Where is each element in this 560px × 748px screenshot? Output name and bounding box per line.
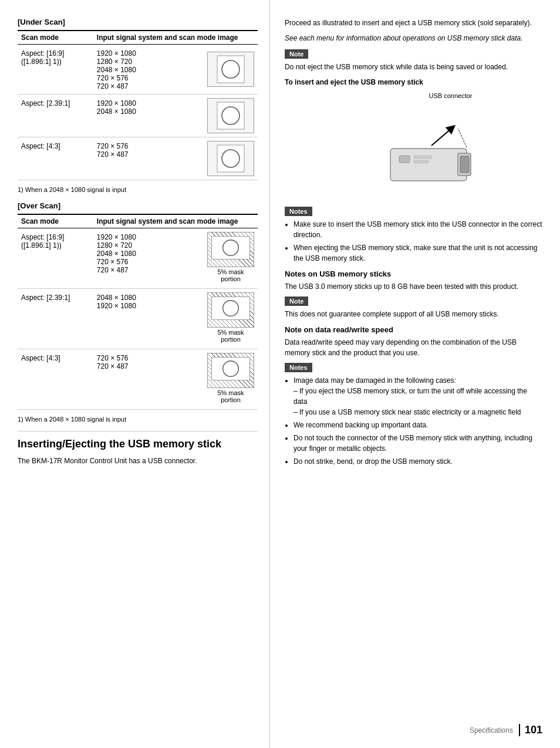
image-cell: 5% mask portion [204, 289, 258, 349]
image-cell [204, 95, 258, 137]
note-label-2: Note [285, 296, 308, 306]
usb-notes-text: The USB 3.0 memory sticks up to 8 GB hav… [285, 281, 542, 292]
to-insert-title: To insert and eject the USB memory stick [285, 78, 542, 86]
svg-line-12 [431, 128, 452, 146]
mask-label: 5% mask portion [207, 268, 254, 282]
notes-box-2: Notes Image data may be damaged in the f… [285, 363, 542, 467]
list-item: When ejecting the USB memory stick, make… [294, 242, 542, 264]
aspect-cell: Aspect: [16:9]([1.896:1] 1)) [18, 45, 93, 95]
left-column: [Under Scan] Scan mode Input signal syst… [0, 0, 270, 748]
table-row: Aspect: [4:3]720 × 576720 × 4875% mask p… [18, 349, 258, 410]
usb-notes-title: Notes on USB memory sticks [285, 269, 542, 278]
list-item: Image data may be damaged in the followi… [294, 375, 542, 417]
under-scan-table: Scan mode Input signal system and scan m… [18, 30, 258, 180]
signals-cell: 1920 × 10801280 × 7202048 × 1080720 × 57… [93, 228, 204, 289]
image-cell: 5% mask portion [204, 349, 258, 410]
list-item: We recommend backing up important data. [294, 420, 542, 430]
list-item: Do not strike, bend, or drop the USB mem… [294, 456, 542, 467]
usb-diagram-svg [349, 102, 478, 196]
signals-cell: 1920 × 10802048 × 1080 [93, 95, 204, 137]
table-row: Aspect: [16:9]([1.896:1] 1))1920 × 10801… [18, 45, 258, 95]
right-column: Proceed as illustrated to insert and eje… [270, 0, 560, 748]
aspect-cell: Aspect: [4:3] [18, 349, 93, 410]
table-row: Aspect: [16:9]([1.896:1] 1))1920 × 10801… [18, 228, 258, 289]
mask-label: 5% mask portion [207, 389, 254, 403]
aspect-cell: Aspect: [16:9]([1.896:1] 1)) [18, 228, 93, 289]
notes-list-1: Make sure to insert the USB memory stick… [285, 219, 542, 264]
svg-rect-2 [217, 102, 244, 129]
under-scan-footnote: 1) When a 2048 × 1080 signal is input [18, 186, 258, 193]
svg-rect-13 [399, 156, 410, 163]
under-scan-heading: [Under Scan] [18, 18, 258, 26]
note-data-text: Data read/write speed may vary depending… [285, 337, 542, 358]
signals-cell: 1920 × 10801280 × 7202048 × 1080720 × 57… [93, 45, 204, 95]
svg-rect-15 [414, 160, 429, 163]
svg-rect-11 [460, 156, 469, 173]
svg-rect-9 [390, 149, 467, 181]
right-intro: Proceed as illustrated to insert and eje… [285, 18, 542, 28]
signals-cell: 720 × 576720 × 487 [93, 349, 204, 410]
notes-box-1: Notes Make sure to insert the USB memory… [285, 207, 542, 264]
usb-section-title: Inserting/Ejecting the USB memory stick [18, 437, 258, 451]
notes-label-1: Notes [285, 207, 312, 216]
col-input-signal: Input signal system and scan mode image [93, 31, 258, 45]
svg-point-7 [223, 301, 239, 316]
note-data-title: Note on data read/write speed [285, 325, 542, 334]
image-cell: 5% mask portion [204, 228, 258, 289]
svg-point-8 [223, 361, 239, 377]
signals-cell: 720 × 576720 × 487 [93, 137, 204, 180]
list-item: Make sure to insert the USB memory stick… [294, 219, 542, 240]
note-box-1: Note Do not eject the USB memory stick w… [285, 49, 542, 72]
image-cell [204, 137, 258, 180]
aspect-cell: Aspect: [2.39:1] [18, 95, 93, 137]
mask-label: 5% mask portion [207, 329, 254, 343]
page-number: 101 [519, 724, 542, 736]
note-box-2: Note This does not guarantee complete su… [285, 296, 542, 319]
aspect-cell: Aspect: [2.39:1] [18, 289, 93, 349]
over-scan-table: Scan mode Input signal system and scan m… [18, 214, 258, 410]
col-input-signal-over: Input signal system and scan mode image [93, 214, 258, 228]
table-row: Aspect: [2.39:1]1920 × 10802048 × 1080 [18, 95, 258, 137]
svg-line-16 [458, 128, 467, 147]
over-scan-footnote: 1) When a 2048 × 1080 signal is input [18, 416, 258, 423]
list-item: Do not touch the connector of the USB me… [294, 433, 542, 454]
note-text-1: Do not eject the USB memory stick while … [285, 62, 542, 72]
notes-label-2: Notes [285, 363, 312, 372]
footer-label: Specifications [470, 726, 513, 734]
note-text-2: This does not guarantee complete support… [285, 309, 542, 319]
image-cell [204, 45, 258, 95]
table-row: Aspect: [2.39:1]2048 × 10801920 × 10805%… [18, 289, 258, 349]
col-scan-mode-over: Scan mode [18, 214, 93, 228]
usb-connector-label: USB connector [349, 92, 473, 99]
aspect-cell: Aspect: [4:3] [18, 137, 93, 180]
svg-rect-14 [414, 156, 431, 159]
notes-list-2: Image data may be damaged in the followi… [285, 375, 542, 467]
page-footer: Specifications 101 [470, 724, 542, 736]
right-italic: See each menu for information about oper… [285, 33, 542, 43]
usb-intro: The BKM-17R Monitor Control Unit has a U… [18, 456, 258, 466]
svg-point-6 [223, 240, 239, 256]
note-label-1: Note [285, 49, 308, 59]
col-scan-mode: Scan mode [18, 31, 93, 45]
svg-rect-4 [217, 145, 244, 172]
signals-cell: 2048 × 10801920 × 1080 [93, 289, 204, 349]
table-row: Aspect: [4:3]720 × 576720 × 487 [18, 137, 258, 180]
usb-diagram: USB connector [349, 92, 478, 198]
svg-rect-0 [217, 56, 244, 83]
over-scan-heading: [Over Scan] [18, 201, 258, 210]
